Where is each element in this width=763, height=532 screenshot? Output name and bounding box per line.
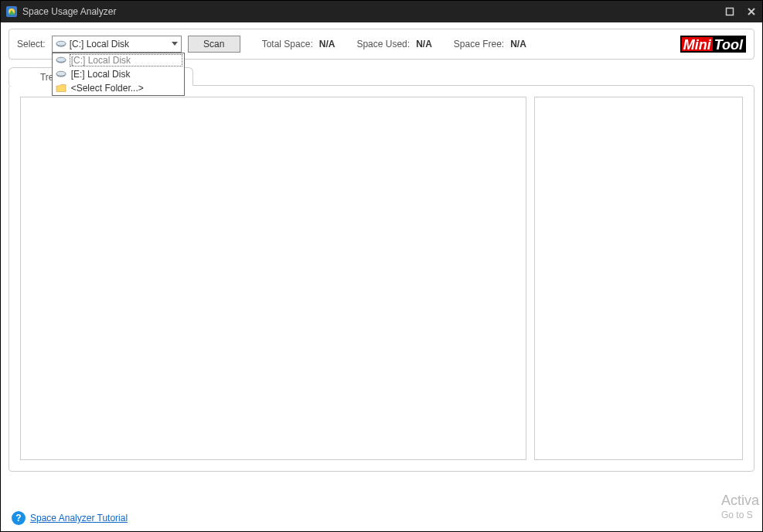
detail-panel xyxy=(534,97,743,460)
window-title: Space Usage Analyzer xyxy=(22,6,116,17)
svg-point-6 xyxy=(56,57,66,62)
drive-select-value: [C:] Local Disk xyxy=(70,39,169,49)
disk-icon xyxy=(56,40,66,48)
scan-button[interactable]: Scan xyxy=(188,36,240,53)
dropdown-item-label: <Select Folder...> xyxy=(71,83,181,94)
toolbar: Select: [C:] Local Disk xyxy=(9,29,754,60)
svg-point-4 xyxy=(56,41,66,46)
watermark-line2: Go to S xyxy=(721,510,759,520)
brand-mini: Mini xyxy=(682,37,713,51)
footer: ? Space Analyzer Tutorial xyxy=(12,511,128,525)
space-used-label: Space Used: xyxy=(356,39,410,49)
drive-select[interactable]: [C:] Local Disk xyxy=(52,36,182,53)
folder-icon xyxy=(56,84,66,93)
drive-select-wrap: [C:] Local Disk [C:] Local Disk xyxy=(52,36,182,53)
help-icon: ? xyxy=(12,511,26,525)
dropdown-item-select-folder[interactable]: <Select Folder...> xyxy=(53,81,184,95)
maximize-button[interactable] xyxy=(719,1,741,22)
tree-panel xyxy=(20,97,526,460)
watermark-line1: Activa xyxy=(721,493,759,510)
dropdown-item-label: [C:] Local Disk xyxy=(70,54,182,66)
tabs-container: Tree Vi ew xyxy=(9,67,754,472)
disk-icon xyxy=(56,70,66,78)
dropdown-item-label: [E:] Local Disk xyxy=(71,69,181,80)
total-space-value: N/A xyxy=(319,39,336,49)
close-button[interactable] xyxy=(741,1,762,22)
tutorial-link[interactable]: Space Analyzer Tutorial xyxy=(30,513,128,523)
title-bar: Space Usage Analyzer xyxy=(1,1,762,22)
app-icon xyxy=(5,5,18,18)
space-used-value: N/A xyxy=(416,39,432,49)
dropdown-item-c[interactable]: [C:] Local Disk xyxy=(53,53,184,67)
svg-rect-2 xyxy=(727,9,734,15)
drive-dropdown: [C:] Local Disk [E:] Local Disk <Select … xyxy=(52,53,185,96)
disk-icon xyxy=(56,56,66,64)
chevron-down-icon xyxy=(172,42,178,46)
brand-tool: Tool xyxy=(713,37,744,51)
windows-activation-watermark: Activa Go to S xyxy=(721,493,759,520)
total-space-label: Total Space: xyxy=(262,39,313,49)
space-free-value: N/A xyxy=(510,39,526,49)
dropdown-item-e[interactable]: [E:] Local Disk xyxy=(53,67,184,81)
tab-panel xyxy=(9,85,754,472)
select-label: Select: xyxy=(17,39,46,49)
svg-point-8 xyxy=(56,71,66,76)
space-free-label: Space Free: xyxy=(454,39,504,49)
brand-logo: MiniTool xyxy=(680,36,746,53)
